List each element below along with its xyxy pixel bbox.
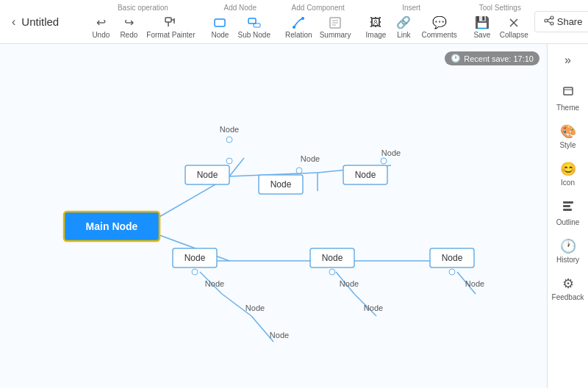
outline-label: Outline <box>556 218 580 226</box>
share-button[interactable]: Share <box>534 11 588 32</box>
icon-icon: 😊 <box>560 161 576 177</box>
summary-button[interactable]: Summary <box>317 13 354 40</box>
sidebar-collapse-button[interactable]: » <box>558 50 578 71</box>
undo-button[interactable]: ↩ Undo <box>87 13 114 40</box>
child-node-3-text: Node <box>355 170 376 180</box>
link-button[interactable]: 🔗 Link <box>390 13 417 40</box>
redo-button[interactable]: ↪ Redo <box>115 13 142 40</box>
svg-line-16 <box>548 18 551 20</box>
float-node-text-8: Node <box>364 303 383 312</box>
child-node-2-text: Node <box>270 179 292 190</box>
float-node-text-9: Node <box>465 279 484 288</box>
format-painter-icon <box>162 15 179 31</box>
comments-icon: 💬 <box>431 15 448 31</box>
float-node-text-5: Node <box>245 303 265 312</box>
redo-icon: ↪ <box>121 15 137 31</box>
toolbar-group-add-node: Add Node Node Sub Node <box>207 4 273 40</box>
theme-label: Theme <box>556 104 579 112</box>
share-label: Share <box>557 16 583 27</box>
back-button[interactable]: ‹ <box>6 12 21 32</box>
header-right: Share Export <box>534 11 588 32</box>
node-icon <box>212 15 228 31</box>
main-area: 🕐 Recent save: 17:10 <box>0 44 588 388</box>
svg-point-14 <box>545 19 548 22</box>
toolbar-group-label-addnode: Add Node <box>223 4 256 12</box>
svg-point-21 <box>226 158 232 164</box>
relation-label: Relation <box>285 31 312 39</box>
child-node-1-text: Node <box>197 170 218 180</box>
float-node-text-1: Node <box>220 125 239 134</box>
child-node-6-text: Node <box>442 253 463 263</box>
undo-label: Undo <box>92 31 110 39</box>
toolbar-group-label-component: Add Component <box>292 4 345 12</box>
link-label: Link <box>397 31 410 39</box>
svg-rect-4 <box>215 19 225 26</box>
float-node-text-6: Node <box>270 331 289 340</box>
toolbar-group-insert: Insert 🖼 Image 🔗 Link 💬 Comments <box>362 4 459 40</box>
child-node-4-text: Node <box>184 253 206 263</box>
sidebar-item-style[interactable]: 🎨 Style <box>551 119 586 154</box>
format-painter-button[interactable]: Format Painter <box>143 13 198 40</box>
main-node[interactable]: Main Node <box>64 212 159 241</box>
recent-save-text: Recent save: 17:10 <box>464 54 534 63</box>
icon-label: Icon <box>561 179 575 187</box>
sidebar-item-theme[interactable]: Theme <box>551 79 586 116</box>
relation-icon <box>290 15 306 31</box>
collapse-button[interactable]: Collapse <box>497 13 531 40</box>
sidebar-item-outline[interactable]: Outline <box>551 194 586 231</box>
right-sidebar: » Theme 🎨 Style 😊 Icon Outline 🕐 History <box>547 44 588 388</box>
child-node-3[interactable]: Node <box>343 158 387 184</box>
document-title: Untitled <box>21 15 73 28</box>
node-label: Node <box>212 31 229 39</box>
sub-node-icon <box>246 15 262 31</box>
child-node-2[interactable]: Node <box>259 168 303 194</box>
share-icon <box>544 15 554 28</box>
float-node-text-2: Node <box>301 154 320 163</box>
sidebar-item-icon[interactable]: 😊 Icon <box>551 157 586 191</box>
image-label: Image <box>366 31 387 39</box>
canvas[interactable]: 🕐 Recent save: 17:10 <box>0 44 547 388</box>
toolbar-group-label-insert: Insert <box>402 4 420 12</box>
node-connector-1 <box>226 137 232 143</box>
svg-rect-36 <box>563 205 570 207</box>
link-icon: 🔗 <box>395 15 412 31</box>
feedback-label: Feedback <box>552 293 584 301</box>
sidebar-item-history[interactable]: 🕐 History <box>551 234 586 268</box>
svg-point-28 <box>192 269 198 275</box>
history-icon: 🕐 <box>560 238 576 254</box>
save-icon: 💾 <box>474 15 490 31</box>
child-node-6[interactable]: Node <box>430 248 474 275</box>
toolbar-group-label-tools: Tool Settings <box>479 4 521 12</box>
collapse-icon <box>506 15 522 31</box>
outline-icon <box>561 198 576 217</box>
child-node-5[interactable]: Node <box>310 248 354 275</box>
sub-node-button[interactable]: Sub Node <box>234 13 273 40</box>
save-button[interactable]: 💾 Save <box>469 13 495 40</box>
svg-point-7 <box>293 26 295 29</box>
toolbar-group-label-basic: Basic operation <box>118 4 168 12</box>
recent-save-badge: 🕐 Recent save: 17:10 <box>445 51 539 65</box>
sidebar-item-feedback[interactable]: ⚙ Feedback <box>551 271 586 306</box>
main-node-text: Main Node <box>86 220 138 232</box>
svg-rect-37 <box>563 209 572 211</box>
comments-button[interactable]: 💬 Comments <box>418 13 459 40</box>
child-node-1[interactable]: Node <box>185 158 232 184</box>
image-button[interactable]: 🖼 Image <box>362 13 389 40</box>
toolbar-group-tool-settings: Tool Settings 💾 Save Collapse <box>469 4 531 40</box>
theme-icon <box>561 84 576 102</box>
float-node-text-4: Node <box>205 279 224 288</box>
child-node-4[interactable]: Node <box>173 248 217 275</box>
float-node-text-3: Node <box>381 148 401 157</box>
mindmap-canvas[interactable]: Main Node Node Node Node Node Node <box>0 44 547 388</box>
feedback-icon: ⚙ <box>562 276 574 292</box>
save-label: Save <box>473 31 490 39</box>
summary-label: Summary <box>320 31 351 39</box>
svg-rect-5 <box>248 18 256 24</box>
style-icon: 🎨 <box>560 123 576 140</box>
sub-node-label: Sub Node <box>237 31 270 39</box>
child-node-5-text: Node <box>322 253 343 263</box>
relation-button[interactable]: Relation <box>282 13 315 40</box>
svg-point-32 <box>449 269 455 275</box>
node-button[interactable]: Node <box>207 13 233 40</box>
svg-rect-33 <box>564 87 573 95</box>
